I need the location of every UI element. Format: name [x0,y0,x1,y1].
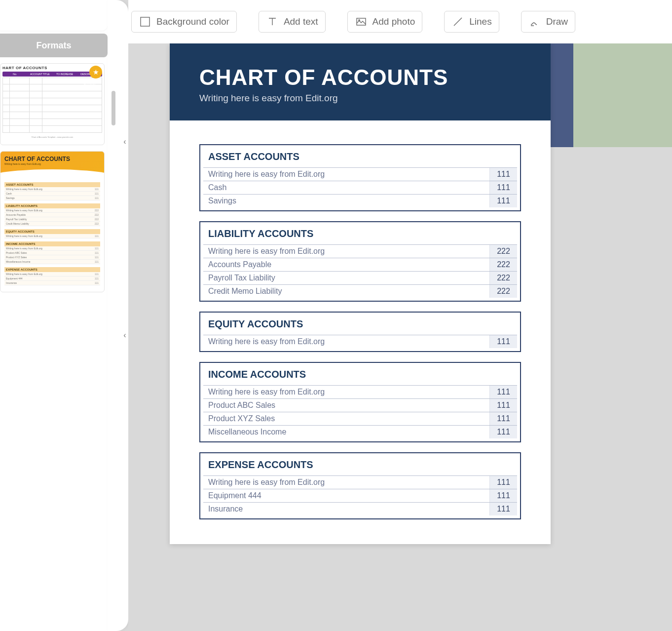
account-value[interactable]: 222 [489,245,517,258]
account-row[interactable]: Insurance111 [203,502,517,515]
section-title[interactable]: EQUITY ACCOUNTS [200,313,520,335]
account-row[interactable]: Miscellaneous Income111 [203,425,517,438]
account-label[interactable]: Savings [203,195,489,207]
text-icon [266,15,279,28]
account-row[interactable]: Writing here is easy from Edit.org222 [203,244,517,258]
account-row[interactable]: Payroll Tax Liability222 [203,271,517,284]
account-label[interactable]: Writing here is easy from Edit.org [203,386,489,398]
svg-point-2 [358,20,359,21]
thumb2-title: CHART OF ACCOUNTS [4,156,100,162]
document-body: ASSET ACCOUNTSWriting here is easy from … [170,120,551,544]
account-row[interactable]: Credit Memo Liability222 [203,284,517,298]
account-value[interactable]: 222 [489,258,517,271]
sidebar: Formats ★ HART OF ACCOUNTS No. ACCOUNT T… [0,0,108,631]
account-value[interactable]: 111 [489,399,517,412]
account-section[interactable]: LIABILITY ACCOUNTSWriting here is easy f… [199,221,521,302]
panel-divider: ‹ ‹ [108,0,128,631]
account-value[interactable]: 111 [489,489,517,502]
account-label[interactable]: Writing here is easy from Edit.org [203,476,489,489]
section-title[interactable]: INCOME ACCOUNTS [200,363,520,385]
account-value[interactable]: 111 [489,168,517,181]
account-label[interactable]: Writing here is easy from Edit.org [203,245,489,258]
account-value[interactable]: 222 [489,272,517,284]
image-icon [355,15,368,28]
document-title[interactable]: CHART OF ACCOUNTS [199,65,521,90]
account-label[interactable]: Writing here is easy from Edit.org [203,335,489,348]
account-row[interactable]: Product XYZ Sales111 [203,412,517,425]
account-row[interactable]: Writing here is easy from Edit.org111 [203,335,517,348]
template-thumbnail-1[interactable]: ★ HART OF ACCOUNTS No. ACCOUNT TITLE TO … [0,63,105,145]
editor-toolbar: Background color Add text Add photo Line… [128,0,672,43]
thumb1-footer: Chart of Accounts Template - www.yoursit… [2,136,102,138]
account-label[interactable]: Product ABC Sales [203,399,489,412]
section-title[interactable]: EXPENSE ACCOUNTS [200,453,520,475]
account-value[interactable]: 111 [489,386,517,398]
section-title[interactable]: LIABILITY ACCOUNTS [200,222,520,244]
lines-button[interactable]: Lines [444,11,499,33]
account-row[interactable]: Cash111 [203,181,517,194]
account-section[interactable]: ASSET ACCOUNTSWriting here is easy from … [199,144,521,211]
account-row[interactable]: Savings111 [203,194,517,207]
account-row[interactable]: Equipment 444111 [203,489,517,502]
button-label: Add text [284,16,318,27]
chevron-left-icon: ‹ [123,137,126,146]
section-title[interactable]: ASSET ACCOUNTS [200,145,520,167]
account-value[interactable]: 111 [489,195,517,207]
scrollbar-thumb[interactable] [112,91,115,125]
formats-tab[interactable]: Formats [0,34,108,57]
template-thumbnail-2[interactable]: ★ CHART OF ACCOUNTS Writing here is easy… [0,151,105,292]
account-row[interactable]: Accounts Payable222 [203,258,517,271]
account-value[interactable]: 111 [489,335,517,348]
account-label[interactable]: Miscellaneous Income [203,426,489,438]
chevron-left-icon: ‹ [123,331,126,340]
square-icon [139,15,151,28]
thumb1-rows [2,78,102,133]
account-value[interactable]: 111 [489,426,517,438]
account-label[interactable]: Writing here is easy from Edit.org [203,168,489,181]
account-label[interactable]: Cash [203,181,489,194]
account-value[interactable]: 222 [489,285,517,298]
draw-icon [528,15,541,28]
account-value[interactable]: 111 [489,503,517,515]
document-page[interactable]: CHART OF ACCOUNTS Writing here is easy f… [170,43,551,544]
account-section[interactable]: INCOME ACCOUNTSWriting here is easy from… [199,362,521,442]
draw-button[interactable]: Draw [521,11,575,33]
button-label: Draw [546,16,568,27]
document-subtitle[interactable]: Writing here is easy from Edit.org [199,93,521,104]
account-row[interactable]: Writing here is easy from Edit.org111 [203,385,517,398]
formats-tab-label: Formats [36,40,71,51]
thumb1-header-row: No. ACCOUNT TITLE TO INCREASE DESCRIPTIO… [2,72,102,77]
account-value[interactable]: 111 [489,412,517,425]
add-photo-button[interactable]: Add photo [347,11,423,33]
thumb2-subtitle: Writing here is easy from Edit.org [4,162,100,165]
button-label: Background color [156,16,229,27]
account-value[interactable]: 111 [489,476,517,489]
add-text-button[interactable]: Add text [259,11,326,33]
account-section[interactable]: EQUITY ACCOUNTSWriting here is easy from… [199,312,521,352]
account-label[interactable]: Product XYZ Sales [203,412,489,425]
button-label: Lines [469,16,491,27]
svg-rect-0 [141,17,149,26]
account-label[interactable]: Credit Memo Liability [203,285,489,298]
account-label[interactable]: Accounts Payable [203,258,489,271]
star-icon: ★ [89,66,102,79]
account-value[interactable]: 111 [489,181,517,194]
document-header[interactable]: CHART OF ACCOUNTS Writing here is easy f… [170,43,551,120]
line-icon [451,15,464,28]
background-color-button[interactable]: Background color [131,11,237,33]
account-section[interactable]: EXPENSE ACCOUNTSWriting here is easy fro… [199,452,521,519]
sidebar-top-gap [0,0,108,31]
account-label[interactable]: Payroll Tax Liability [203,272,489,284]
thumb2-header: CHART OF ACCOUNTS Writing here is easy f… [0,152,104,176]
page-decoration-blue [551,43,573,147]
account-row[interactable]: Writing here is easy from Edit.org111 [203,475,517,489]
button-label: Add photo [373,16,415,27]
account-label[interactable]: Insurance [203,503,489,515]
thumb2-body: ASSET ACCOUNTSWriting here is easy from … [0,176,104,289]
account-row[interactable]: Writing here is easy from Edit.org111 [203,167,517,181]
thumb1-title: HART OF ACCOUNTS [2,66,102,70]
account-label[interactable]: Equipment 444 [203,489,489,502]
page-decoration-green [573,43,672,147]
canvas-area[interactable]: CHART OF ACCOUNTS Writing here is easy f… [128,43,672,631]
account-row[interactable]: Product ABC Sales111 [203,398,517,412]
